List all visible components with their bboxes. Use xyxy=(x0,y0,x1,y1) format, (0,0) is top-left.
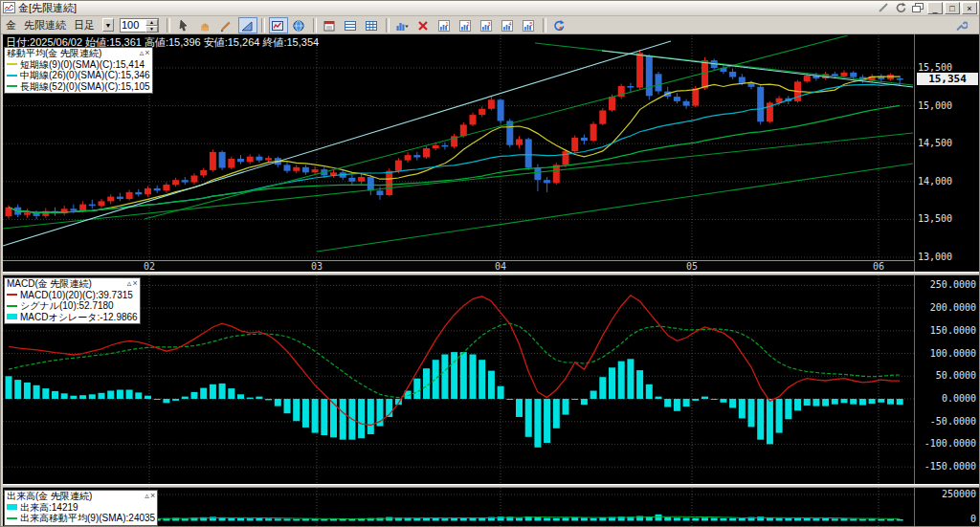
axis-tick-label: 14,500 xyxy=(918,138,952,149)
legend-minimize-icon[interactable]: ▵ xyxy=(140,48,145,59)
symbol-label: 金 xyxy=(6,18,16,33)
panel-splitter[interactable] xyxy=(3,272,979,275)
svg-text:5: 5 xyxy=(529,20,532,26)
legend-item: 長期線(52)(0)(SMA)(C):15,105 xyxy=(7,81,150,93)
pan-hand-icon[interactable] xyxy=(196,17,215,33)
chart-layout-3-icon[interactable]: 3 xyxy=(478,17,497,33)
select-cursor-icon[interactable] xyxy=(175,17,194,33)
axis-tick-label: 250000 xyxy=(942,489,976,500)
titlebar[interactable]: 金[先限連続] _ □ × xyxy=(1,1,979,16)
period-dropdown-arrow[interactable]: ▼ xyxy=(102,18,114,32)
axis-tick-label: 13,000 xyxy=(918,252,952,263)
svg-text:1: 1 xyxy=(445,20,448,26)
grid-table-icon[interactable] xyxy=(363,17,382,33)
legend-close-icon[interactable]: × xyxy=(150,491,155,502)
legend-item: 短期線(9)(0)(SMA)(C):15,414 xyxy=(7,59,150,71)
x-axis-strip: 0203040506 xyxy=(3,260,914,272)
x-axis-month-label: 04 xyxy=(486,261,515,272)
legend-title: 出来高(金 先限連続) xyxy=(7,491,92,502)
svg-text:4: 4 xyxy=(508,20,511,26)
legend-item: MACDオシレータ:-12.9866 xyxy=(7,312,138,323)
calendar-icon[interactable] xyxy=(321,17,340,33)
toolbar-separator xyxy=(543,18,546,33)
axis-tick-label: 0 xyxy=(970,514,976,525)
legend-close-icon[interactable]: × xyxy=(145,48,149,59)
chart-layout-1-icon[interactable]: 1 xyxy=(435,17,455,33)
legend-item: 出来高:14219 xyxy=(7,502,155,514)
ma-legend: 移動平均(金 先限連続)▵×短期線(9)(0)(SMA)(C):15,414中期… xyxy=(4,47,153,94)
reload-icon[interactable] xyxy=(893,2,908,14)
legend-title: MACD(金 先限連続) xyxy=(7,278,92,290)
axis-tick-label: 15,000 xyxy=(918,100,952,112)
axis-tick-label: -50.0000 xyxy=(930,416,976,428)
axis-tick-label: -100.0000 xyxy=(924,438,976,450)
axis-tick-label: 0.0000 xyxy=(942,393,976,405)
axis-tick-label: 50.0000 xyxy=(936,370,976,382)
right-price-axis: 15,50015,00014,50014,00013,50013,00015,3… xyxy=(914,34,979,526)
x-axis-month-label: 06 xyxy=(864,261,893,272)
axis-tick-label: -150.0000 xyxy=(924,461,976,472)
cascade-windows-icon[interactable] xyxy=(910,2,925,14)
legend-item: 中期線(26)(0)(SMA)(C):15,346 xyxy=(7,70,150,81)
delete-study-icon[interactable] xyxy=(414,17,434,33)
current-price-tag: 15,354 xyxy=(917,73,978,85)
app-window: 金[先限連続] _ □ × 金 先限連続 日足 ▼ ▲ ▼ 123458 xyxy=(0,0,980,527)
axis-tick-label: 200.0000 xyxy=(930,302,976,314)
period-label: 日足 xyxy=(74,18,95,33)
toolbar-separator xyxy=(313,18,317,33)
svg-text:2: 2 xyxy=(466,20,469,26)
x-axis-month-label: 03 xyxy=(302,261,331,272)
axis-tick-label: 14,000 xyxy=(918,176,952,187)
legend-title: 移動平均(金 先限連続) xyxy=(7,48,101,59)
axis-tick-label: 150.0000 xyxy=(930,325,976,337)
refresh-icon[interactable]: 8 xyxy=(550,17,569,33)
window-title: 金[先限連続] xyxy=(18,1,77,15)
bar-count-down-button[interactable]: ▼ xyxy=(145,26,158,33)
web-info-icon[interactable] xyxy=(290,17,309,33)
legend-close-icon[interactable]: × xyxy=(132,278,137,290)
legend-item: シグナル(10):52.7180 xyxy=(7,300,138,312)
close-button[interactable]: × xyxy=(962,2,977,14)
chart-region: 日付:2025/06/02 始値:15,361 高値:15,396 安値:15,… xyxy=(3,34,979,526)
macd-legend: MACD(金 先限連続)▵×MACD(10)(20)(C):39.7315シグナ… xyxy=(4,277,141,324)
maximize-button[interactable]: □ xyxy=(945,2,960,14)
chart-mode-icon[interactable] xyxy=(269,17,288,33)
draw-pencil-icon[interactable] xyxy=(217,17,236,33)
chart-layout-5-icon[interactable]: 5 xyxy=(520,17,539,33)
chart-layout-2-icon[interactable]: 2 xyxy=(457,17,476,33)
x-axis-month-label: 02 xyxy=(135,261,164,272)
chart-layout-4-icon[interactable]: 4 xyxy=(499,17,518,33)
bar-count-spinner: ▲ ▼ xyxy=(120,18,159,33)
toolbar-separator xyxy=(386,18,390,33)
x-axis-month-label: 05 xyxy=(678,261,706,272)
annotation-pen-icon[interactable] xyxy=(876,2,891,14)
axis-tick-label: 250.0000 xyxy=(930,279,976,291)
legend-minimize-icon[interactable]: ▵ xyxy=(127,278,132,290)
bar-count-input[interactable] xyxy=(121,19,145,32)
bar-count-up-button[interactable]: ▲ xyxy=(145,19,158,26)
settings-wrench-icon[interactable] xyxy=(952,17,971,33)
toolbar-separator xyxy=(167,18,170,33)
legend-minimize-icon[interactable]: ▵ xyxy=(145,491,149,502)
svg-text:3: 3 xyxy=(487,20,490,26)
panel-splitter[interactable] xyxy=(3,484,979,488)
axis-tick-label: 13,500 xyxy=(918,213,952,225)
contract-label: 先限連続 xyxy=(24,18,66,33)
toolbar: 金 先限連続 日足 ▼ ▲ ▼ 123458 xyxy=(1,16,979,34)
axis-tick-label: 100.0000 xyxy=(930,348,976,360)
app-chart-icon xyxy=(3,2,15,15)
legend-item: MACD(10)(20)(C):39.7315 xyxy=(7,290,138,301)
quote-table-icon[interactable] xyxy=(342,17,361,33)
toolbar-separator xyxy=(261,18,265,33)
trendline-tool-icon[interactable] xyxy=(238,17,257,33)
legend-item: 出来高移動平均(9)(SMA):24035 xyxy=(7,513,155,524)
volume-legend: 出来高(金 先限連続)▵×出来高:14219出来高移動平均(9)(SMA):24… xyxy=(4,490,158,526)
minimize-button[interactable]: _ xyxy=(927,2,943,14)
chart-type-dropdown-icon[interactable] xyxy=(393,17,412,33)
